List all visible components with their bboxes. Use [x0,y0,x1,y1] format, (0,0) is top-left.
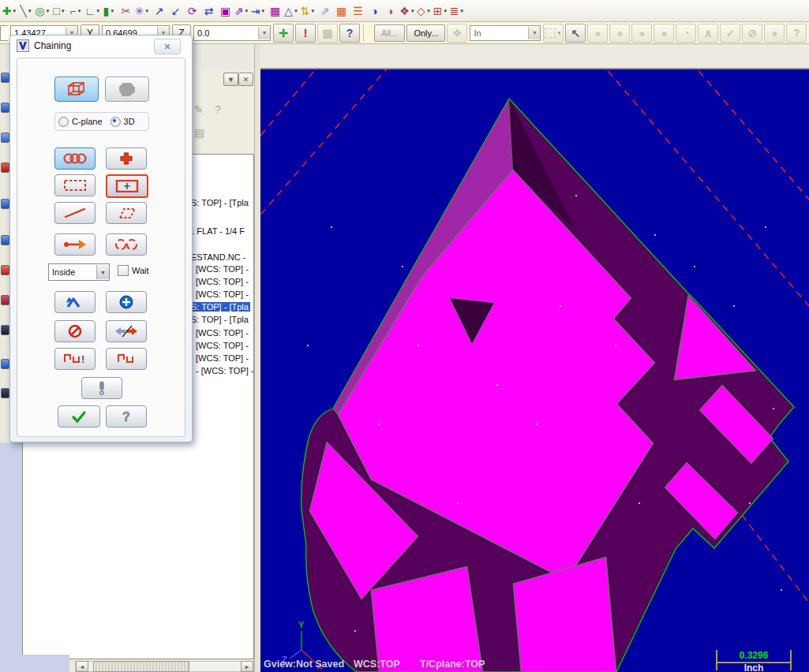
toolpath-shade-icon[interactable]: ❖ ▾ [399,2,416,20]
toolpath-tree-item[interactable]: [WCS: TOP] - [183,263,250,274]
dropdown-arrow-icon[interactable]: ▾ [109,8,115,14]
toolpath-tree-item[interactable]: [WCS: TOP] - [183,353,250,364]
planes-icon[interactable]: ⊞ ▾ [433,2,449,20]
help-button[interactable]: ? [106,405,147,427]
grid-settings-icon[interactable]: ▦ [333,2,350,20]
strip-tool-icon-10[interactable] [1,359,9,369]
create-arc-icon[interactable]: ◎ ▾ [35,2,51,20]
strip-tool-icon-8[interactable] [1,295,9,305]
toolpath-tree-item[interactable]: L1 FLAT - 1/4 F [183,226,246,237]
create-line-icon[interactable]: ╲ ▾ [18,2,35,20]
dropdown-arrow-icon[interactable]: ▾ [243,8,249,14]
window-select-button[interactable] [54,174,96,196]
create-polyline-icon[interactable]: ∟ ▾ [84,2,101,20]
graphics-viewport[interactable]: Y Z X Gview:Not Saved WCS:TOP T/Cplane:T… [260,69,809,672]
strip-tool-icon-2[interactable] [1,103,9,113]
scroll-right-button[interactable]: ► [241,661,253,672]
toolpath-tree-item[interactable]: NESTAND.NC - [183,252,247,263]
select-all-button[interactable]: ● [764,24,785,43]
select-arrow-button[interactable]: ↖ [565,24,586,43]
select-group-button[interactable]: ● [631,24,652,43]
strip-tool-icon-5[interactable] [1,199,9,209]
select-none-button[interactable]: ⊘ [742,24,762,43]
select-last-button[interactable]: ∧ [698,24,718,43]
create-point-icon[interactable]: ✚ ▾ [2,2,18,20]
select-help-button[interactable]: ? [786,24,807,43]
dropdown-arrow-icon[interactable]: ▾ [60,8,66,14]
point-select-button[interactable] [106,147,147,170]
create-rectangle-icon[interactable]: □ ▾ [51,2,68,20]
threed-radio[interactable] [110,117,121,127]
wait-checkbox[interactable] [118,265,129,276]
xform-break-icon[interactable]: ✳ ▾ [134,2,151,20]
dialog-titlebar[interactable]: Chaining ✕ [10,35,192,56]
dropdown-arrow-icon[interactable]: ▾ [459,8,465,14]
chaining-options-button[interactable] [106,348,147,370]
dropdown-arrow-icon[interactable]: ▾ [144,8,150,14]
add-chain-button[interactable] [106,291,147,313]
toolpath-tree-item[interactable]: CS: TOP] - [Tpla [183,197,250,208]
dropdown-arrow-icon[interactable]: ▾ [11,8,17,14]
select-mask-button[interactable]: ● [654,24,674,43]
z-coordinate-combo[interactable]: 0.0 ▼ [193,25,271,41]
strip-tool-icon-1[interactable] [1,73,9,83]
backside-shade-icon[interactable]: ◗ [383,2,399,20]
panel-collapse-button[interactable]: ▼ [223,73,238,86]
region-type-combo[interactable]: Inside ▼ [48,263,110,281]
x-field-fragment[interactable] [0,25,8,41]
select-only-button[interactable]: Only... [406,24,445,42]
single-select-button[interactable] [106,174,148,198]
strip-tool-icon-9[interactable] [1,325,9,335]
select-solids-button[interactable]: ◔ [676,24,696,43]
select-validate-button[interactable]: ✓ [720,24,740,43]
cplane-radio[interactable] [58,117,69,127]
strip-tool-icon-7[interactable] [1,265,9,275]
dropdown-arrow-icon[interactable]: ▾ [425,8,432,14]
select-result-button[interactable]: ● [587,24,608,43]
scrollbar-thumb[interactable] [93,661,189,672]
toolpath-tree-item[interactable]: CS: TOP] - [Tpla [183,301,250,312]
xform-rotate-icon[interactable]: ⟳ [184,2,200,20]
tree-horizontal-scrollbar[interactable]: ◄ ► [75,661,254,672]
dropdown-arrow-icon[interactable]: ▾ [309,8,316,14]
dropdown-arrow-icon[interactable]: ▾ [410,8,416,14]
partial-chain-button[interactable] [106,233,147,256]
analyze-distance-icon[interactable]: ⇥ ▾ [250,2,267,20]
panel-close-button[interactable]: ✕ [238,73,253,86]
strip-tool-icon-6[interactable] [1,235,9,245]
selection-mask-icon[interactable]: ❖ [447,24,467,43]
screen-regen-icon[interactable]: ⇗ [316,2,333,20]
select-inside-button[interactable]: ● [609,24,630,43]
dropdown-arrow-icon[interactable]: ▾ [27,8,33,14]
toolpath-tree-item[interactable]: [WCS: TOP] - [183,340,250,351]
feature-alert-button[interactable] [81,377,122,399]
toolpath-tree-item[interactable]: - [WCS: TOP] - [183,365,256,376]
chain-select-button[interactable] [54,147,96,170]
reverse-chain-button[interactable] [106,320,147,342]
levels-icon[interactable]: ☰ [350,2,366,20]
fastpoint-button[interactable]: ✛ [273,24,294,43]
screen-result-icon[interactable]: ⇅ ▾ [300,2,316,20]
trim-break-icon[interactable]: ✂ [118,2,134,20]
strip-tool-icon-3[interactable] [1,133,9,143]
shading-icon[interactable]: ◑ [366,2,383,20]
toolpath-tree-item[interactable]: [WCS: TOP] - [183,327,250,338]
xform-offset-icon[interactable]: ▣ [217,2,234,20]
analyze-angle-icon[interactable]: △ ▾ [283,2,300,20]
dropdown-arrow-icon[interactable]: ▾ [77,8,83,14]
dropdown-arrow-icon[interactable]: ▾ [442,8,448,14]
scroll-left-button[interactable]: ◄ [76,661,88,672]
line-select-button[interactable] [54,202,96,224]
strip-tool-icon-11[interactable] [1,388,9,398]
z-dropdown-arrow-icon[interactable]: ▼ [258,27,270,39]
dropdown-arrow-icon[interactable]: ▾ [45,8,51,14]
window-select-combo[interactable]: ▾ [543,24,564,43]
xform-scale-icon[interactable]: ⇄ [200,2,217,20]
analyze-dynamic-icon[interactable]: ▦ [267,2,283,20]
chaining-options-alert-button[interactable]: ! [54,348,96,370]
select-all-entities-button[interactable]: All... [374,24,405,42]
gview-icon[interactable]: ◇ ▾ [416,2,433,20]
unselect-last-button[interactable] [54,291,96,313]
wireframe-chaining-button[interactable] [54,77,99,102]
create-fillet-icon[interactable]: ⌐ ▾ [68,2,84,20]
